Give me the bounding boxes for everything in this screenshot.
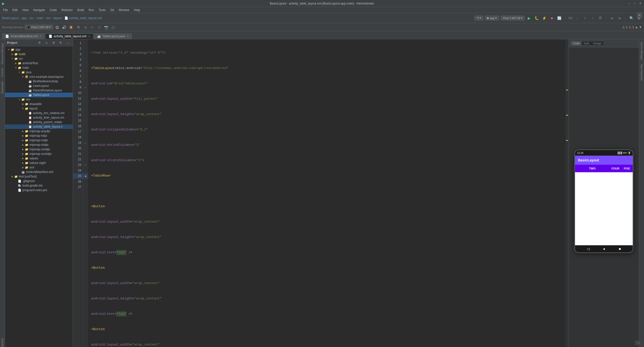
project-settings-icon[interactable]: ⚙	[58, 40, 64, 46]
bc-basiclayout[interactable]: BasicLayout	[2, 16, 18, 20]
expand-arrow-mipmap-anydpi[interactable]: ▶	[21, 130, 25, 132]
expand-arrow-src[interactable]: ▼	[11, 57, 14, 60]
tree-item-xml-folder[interactable]: ▶ 📁 xml	[5, 165, 73, 170]
expand-arrow-test[interactable]: ▶	[11, 175, 14, 178]
menu-edit[interactable]: Edit	[10, 8, 20, 12]
expand-arrow-xml-folder[interactable]: ▶	[21, 166, 25, 169]
gutter-9[interactable]: ▷	[83, 85, 88, 90]
expand-arrow-layout[interactable]: ▼	[21, 107, 25, 110]
expand-arrow-res[interactable]: ▼	[18, 98, 21, 101]
git-update-button[interactable]: ↓	[575, 15, 581, 21]
tree-item-drawable[interactable]: ▶ 📁 drawable	[5, 102, 73, 106]
device-home-nav[interactable]: ●	[603, 247, 605, 251]
bc-src[interactable]: src	[29, 16, 33, 20]
expand-arrow-androidtest[interactable]: ▶	[14, 62, 18, 64]
device-vol-up-button[interactable]: 🔊	[61, 24, 67, 30]
tree-item-androidmanifest[interactable]: 🤖 AndroidManifest.xml	[5, 170, 73, 174]
device-manager-label[interactable]: Device Manager	[640, 40, 643, 62]
project-sort-icon[interactable]: ≡	[44, 40, 50, 46]
app-inspection-right-label[interactable]: App Inspection	[640, 63, 643, 82]
bc-filename[interactable]: activity_table_layout.xml	[69, 16, 102, 20]
expand-arrow-build[interactable]: ▶	[11, 53, 14, 55]
view-code-button[interactable]: Code	[571, 41, 582, 45]
code-content[interactable]: <?xml version="1.0" encoding="utf-8"?> <…	[88, 39, 565, 347]
redo-button[interactable]: ↪	[617, 15, 623, 21]
tree-item-tablelayout[interactable]: ☕ TableLayout	[5, 93, 73, 97]
device-back-nav[interactable]: ◁	[587, 247, 590, 251]
device-selector-button[interactable]: Pixel 2 API 28 ▾	[501, 16, 525, 20]
tree-item-mipmap-hdpi[interactable]: ▶ 📁 mipmap-hdpi	[5, 133, 73, 138]
expand-arrow-mipmap-xxhdpi[interactable]: ▶	[21, 148, 25, 151]
menu-git[interactable]: Git	[108, 8, 116, 12]
tree-item-mipmap-anydpi[interactable]: ▶ 📁 mipmap-anydpi	[5, 129, 73, 133]
androidmanifest-close[interactable]: ✕	[40, 35, 42, 38]
tree-item-androidtest[interactable]: ▶ 📁 androidTest	[5, 61, 73, 65]
debug-button[interactable]: 🐛	[534, 15, 540, 21]
tree-item-mipmap-xxhdpi[interactable]: ▶ 📁 mipmap-xxhdpi	[5, 147, 73, 152]
device-recent-button[interactable]: □	[96, 24, 102, 30]
device-camera-button[interactable]: 🎥	[110, 24, 117, 30]
run-button[interactable]: ▶	[526, 15, 532, 21]
tree-item-src[interactable]: ▼ 📁 src	[5, 56, 73, 61]
tree-item-values[interactable]: ▶ 📁 values	[5, 156, 73, 161]
expand-arrow-main[interactable]: ▼	[14, 66, 18, 69]
expand-arrow-app[interactable]: ▼	[7, 48, 11, 51]
device-tab-four[interactable]: FOUR	[610, 166, 621, 171]
menu-navigate[interactable]: Navigate	[31, 8, 47, 12]
bc-res[interactable]: res	[46, 16, 50, 20]
device-screenshot-button[interactable]: 📷	[103, 24, 109, 30]
gutter-23[interactable]: ▷	[83, 162, 88, 168]
tree-item-parent-xml[interactable]: 📋 activity_parent_relativ	[5, 120, 73, 124]
git-push-button[interactable]: ↑	[590, 15, 596, 21]
tab-tablelayout-java[interactable]: ☕ TableLayout.java ✕	[94, 33, 132, 39]
expand-arrow-mipmap-hdpi[interactable]: ▶	[21, 134, 25, 137]
device-tab-five[interactable]: FIVE	[621, 166, 633, 171]
tree-item-mipmap-xhdpi[interactable]: ▶ 📁 mipmap-xhdpi	[5, 143, 73, 147]
expand-arrow-java[interactable]: ▼	[18, 71, 21, 74]
menu-file[interactable]: File	[1, 8, 10, 12]
tree-item-main[interactable]: ▼ 📁 main	[5, 65, 73, 70]
tree-item-mipmap-mdpi[interactable]: ▶ 📁 mipmap-mdpi	[5, 138, 73, 143]
menu-code[interactable]: Code	[48, 8, 59, 12]
project-layout-icon[interactable]: ⊞	[51, 40, 57, 46]
tree-item-res[interactable]: ▼ 📁 res	[5, 97, 73, 102]
minimize-button[interactable]: ─	[627, 2, 631, 5]
code-scroll-area[interactable]: 1 2 3 4 5 6 7 8 9 10 11 12 13 14	[73, 39, 569, 347]
bookmarks-label[interactable]: Bookmarks	[1, 80, 4, 95]
activity-table-close[interactable]: ✕	[88, 35, 90, 38]
view-design-button[interactable]: Design	[591, 41, 604, 45]
expand-arrow-mipmap-xxxhdpi[interactable]: ▶	[21, 153, 25, 155]
commit-label[interactable]: Commit	[1, 67, 4, 78]
tree-item-layout[interactable]: ▼ 📁 layout	[5, 106, 73, 111]
device-recent-nav[interactable]: ■	[619, 247, 621, 251]
tree-item-proguard[interactable]: 📄 proguard-rules.pro	[5, 188, 73, 192]
tree-item-bro-xml[interactable]: 📋 activity_bro_relative.xm	[5, 111, 73, 115]
tree-item-table-xml[interactable]: 📋 activity_table_layout.x	[5, 124, 73, 129]
tree-item-test[interactable]: ▶ 📁 test [unitTest]	[5, 174, 73, 179]
device-rotate-button[interactable]: ⟲	[75, 24, 81, 30]
expand-arrow-values[interactable]: ▶	[21, 157, 25, 160]
device-vol-down-button[interactable]: 🔇	[68, 24, 74, 30]
device-back-button[interactable]: ◁	[82, 24, 88, 30]
undo-button[interactable]: ↩	[609, 15, 615, 21]
device-home-button[interactable]: ○	[89, 24, 95, 30]
view-split-button[interactable]: Split	[582, 41, 591, 45]
menu-help[interactable]: Help	[132, 8, 142, 12]
bc-main[interactable]: main	[36, 16, 43, 20]
tree-item-values-night[interactable]: ▶ 📁 values-night	[5, 161, 73, 165]
maximize-button[interactable]: □	[633, 2, 636, 5]
git-history-button[interactable]: ⏱	[597, 15, 603, 21]
tree-item-build-gradle[interactable]: 🐘 build.gradle.kts	[5, 183, 73, 188]
expand-arrow-package[interactable]: ▼	[21, 76, 25, 78]
menu-tools[interactable]: Tools	[97, 8, 108, 12]
tree-item-build[interactable]: ▶ 📁 build	[5, 52, 73, 56]
menu-view[interactable]: View	[20, 8, 31, 12]
vcs-button[interactable]: ⟲ ▾	[474, 16, 483, 20]
project-close-icon[interactable]: —	[65, 40, 71, 46]
tree-item-mipmap-xxxhdpi[interactable]: ▶ 📁 mipmap-xxxhdpi	[5, 152, 73, 156]
build-variants-label[interactable]: Build Variants	[1, 337, 4, 347]
expand-arrow-values-night[interactable]: ▶	[21, 162, 25, 164]
menu-refactor[interactable]: Refactor	[59, 8, 75, 12]
bc-app[interactable]: app	[21, 16, 26, 20]
close-button[interactable]: ✕	[638, 2, 642, 5]
